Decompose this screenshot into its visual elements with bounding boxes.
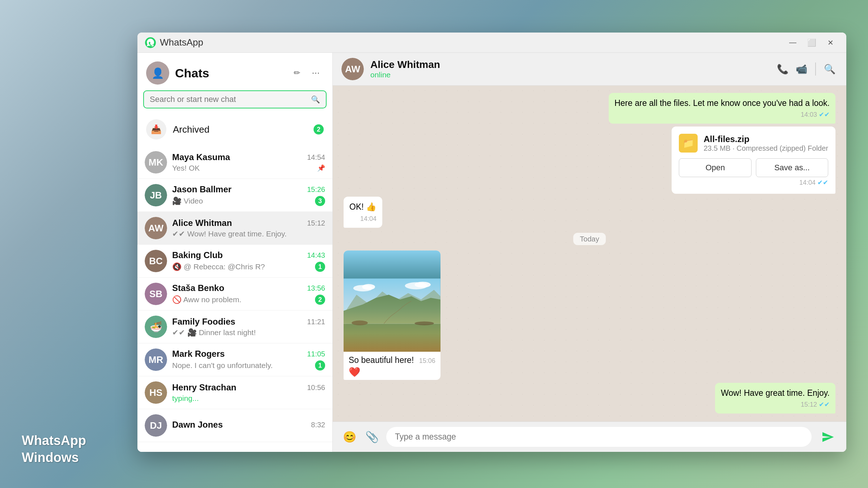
chat-item[interactable]: DJ Dawn Jones 8:32 (137, 409, 332, 442)
avatar: HS (145, 381, 167, 404)
search-container: 🔍 (137, 90, 332, 113)
message-input[interactable] (386, 427, 812, 447)
date-divider: Today (344, 235, 835, 243)
menu-button[interactable]: ⋯ (308, 65, 324, 81)
main-content: 👤 Chats ✏ ⋯ 🔍 📥 Archived (137, 53, 846, 452)
date-label: Today (573, 233, 605, 245)
svg-point-8 (352, 320, 368, 325)
titlebar-controls: — ⬜ ✕ (784, 35, 839, 50)
svg-point-9 (414, 321, 434, 325)
photo-message: So beautiful here! 15:06 ❤️ (344, 251, 441, 380)
open-file-button[interactable]: Open (679, 158, 751, 177)
avatar: MK (145, 151, 167, 174)
search-input[interactable] (150, 95, 311, 104)
chat-time: 10:56 (307, 384, 325, 392)
chat-name: Alice Whitman (172, 218, 232, 228)
header-divider (815, 63, 816, 76)
video-call-button[interactable]: 📹 (793, 61, 809, 77)
file-info-row: 📁 All-files.zip 23.5 MB · Compressed (zi… (679, 134, 828, 153)
chat-time: 14:43 (307, 251, 325, 260)
chat-item[interactable]: BC Baking Club 14:43 🔇 @ Rebecca: @Chris… (137, 245, 332, 278)
avatar: AW (145, 217, 167, 239)
chat-info: Staša Benko 13:56 🚫 Aww no problem. 2 (172, 283, 325, 305)
chat-item[interactable]: 🍜 Family Foodies 11:21 ✔✔ 🎥 Dinner last … (137, 311, 332, 343)
chat-header-status: online (370, 70, 768, 79)
tick-icon: ✔✔ (819, 111, 830, 118)
chat-header: AW Alice Whitman online 📞 📹 🔍 (333, 53, 846, 86)
chat-name: Staša Benko (172, 283, 224, 293)
avatar: BC (145, 250, 167, 272)
send-button[interactable] (818, 427, 838, 447)
chat-item[interactable]: SB Staša Benko 13:56 🚫 Aww no problem. 2 (137, 278, 332, 311)
voice-call-button[interactable]: 📞 (775, 61, 791, 77)
chat-name: Baking Club (172, 250, 223, 260)
avatar: DJ (145, 414, 167, 437)
search-chat-button[interactable]: 🔍 (822, 61, 838, 77)
file-details: All-files.zip 23.5 MB · Compressed (zipp… (703, 134, 828, 153)
chat-name: Jason Ballmer (172, 184, 231, 194)
close-button[interactable]: ✕ (822, 35, 839, 50)
chat-name: Family Foodies (172, 317, 235, 327)
chat-item[interactable]: HS Henry Strachan 10:56 typing... (137, 376, 332, 409)
archived-badge: 2 (314, 124, 324, 134)
chat-item-active[interactable]: AW Alice Whitman 15:12 ✔✔ Wow! Have grea… (137, 212, 332, 245)
message-text: Wow! Have great time. Enjoy. (721, 388, 830, 398)
chat-preview: Yes! OK (172, 164, 200, 172)
unread-badge: 3 (315, 196, 325, 206)
chat-preview: Nope. I can't go unfortunately. (172, 361, 273, 370)
chat-item[interactable]: JB Jason Ballmer 15:26 🎥 Video 3 (137, 179, 332, 212)
chat-list: 📥 Archived 2 MK Maya Kasuma 14:54 (137, 113, 332, 452)
archived-label: Archived (173, 124, 307, 135)
emoji-button[interactable]: 😊 (341, 429, 357, 445)
save-file-button[interactable]: Save as... (756, 158, 828, 177)
messages-area: Here are all the files. Let me know once… (333, 86, 846, 421)
avatar: JB (145, 184, 167, 206)
maximize-button[interactable]: ⬜ (803, 35, 820, 50)
file-actions: Open Save as... (679, 158, 828, 177)
chat-time: 8:32 (311, 421, 325, 429)
tick-icon: ✔✔ (819, 401, 830, 408)
chat-name: Maya Kasuma (172, 152, 230, 162)
titlebar: WhatsApp — ⬜ ✕ (137, 33, 846, 53)
chat-preview: 🔇 @ Rebecca: @Chris R? (172, 262, 265, 271)
chat-preview-typing: typing... (172, 394, 199, 403)
chat-preview: ✔✔ Wow! Have great time. Enjoy. (172, 230, 287, 238)
sidebar-header: 👤 Chats ✏ ⋯ (137, 53, 332, 90)
file-message: 📁 All-files.zip 23.5 MB · Compressed (zi… (672, 127, 835, 194)
chat-preview: ✔✔ 🎥 Dinner last night! (172, 328, 256, 337)
avatar: 🍜 (145, 316, 167, 338)
titlebar-title: WhatsApp (160, 37, 784, 48)
archive-icon: 📥 (146, 119, 166, 140)
chat-item[interactable]: MK Maya Kasuma 14:54 Yes! OK 📌 (137, 146, 332, 179)
photo-image[interactable] (344, 251, 441, 352)
whatsapp-icon (145, 37, 156, 48)
archived-row[interactable]: 📥 Archived 2 (137, 113, 332, 146)
chat-time: 15:12 (307, 219, 325, 227)
file-size: 23.5 MB · Compressed (zipped) Folder (703, 144, 828, 153)
message-bubble-received: OK! 👍 14:04 (344, 197, 382, 227)
user-avatar[interactable]: 👤 (146, 61, 169, 85)
pin-icon: 📌 (317, 164, 325, 172)
chat-info: Dawn Jones 8:32 (172, 420, 325, 431)
minimize-button[interactable]: — (784, 35, 801, 50)
sidebar-header-actions: ✏ ⋯ (289, 65, 324, 81)
chat-info: Maya Kasuma 14:54 Yes! OK 📌 (172, 152, 325, 172)
svg-point-5 (414, 282, 431, 287)
heart-reaction[interactable]: ❤️ (349, 367, 435, 378)
chat-time: 11:21 (307, 318, 325, 326)
avatar: SB (145, 283, 167, 305)
unread-badge: 1 (315, 360, 325, 371)
chat-avatar[interactable]: AW (341, 58, 364, 80)
message-text: Here are all the files. Let me know once… (614, 98, 830, 108)
message-bubble-sent: Wow! Have great time. Enjoy. 15:12 ✔✔ (715, 383, 835, 414)
chat-item[interactable]: MR Mark Rogers 11:05 Nope. I can't go un… (137, 343, 332, 376)
chat-time: 14:54 (307, 153, 325, 162)
new-chat-button[interactable]: ✏ (289, 65, 305, 81)
photo-caption: So beautiful here! 15:06 ❤️ (344, 352, 441, 380)
attachment-button[interactable]: 📎 (364, 429, 380, 445)
whatsapp-window: WhatsApp — ⬜ ✕ 👤 Chats ✏ ⋯ (137, 33, 846, 452)
chat-name: Mark Rogers (172, 349, 225, 359)
chat-area: AW Alice Whitman online 📞 📹 🔍 Here are a (333, 53, 846, 452)
search-icon: 🔍 (311, 95, 320, 104)
chat-preview: 🚫 Aww no problem. (172, 295, 241, 304)
